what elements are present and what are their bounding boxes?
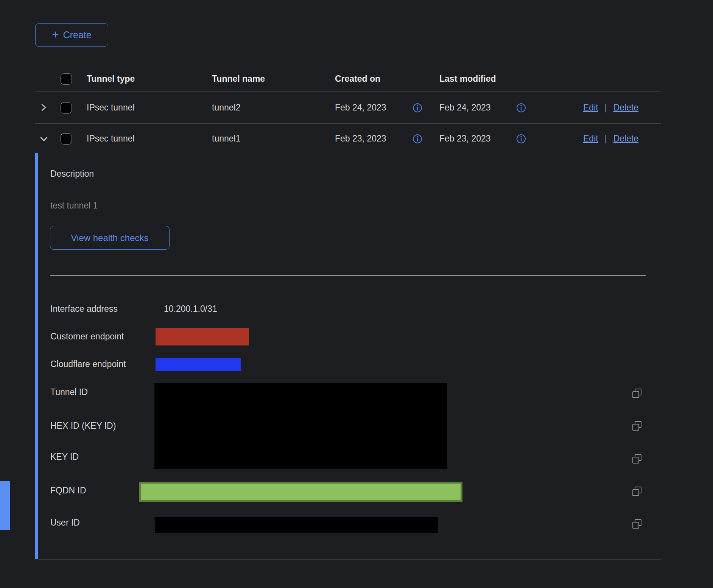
expanded-accent-bar — [35, 153, 38, 559]
delete-link[interactable]: Delete — [613, 134, 638, 144]
row-tunnel-type: IPsec tunnel — [87, 134, 135, 144]
row-tunnel-type: IPsec tunnel — [87, 103, 135, 113]
field-label-key-id: KEY ID — [50, 452, 79, 462]
section-divider — [50, 275, 646, 276]
interface-address-value: 10.200.1.0/31 — [164, 304, 217, 314]
copy-icon[interactable] — [631, 453, 643, 465]
info-icon[interactable] — [413, 103, 422, 113]
header-tunnel-type: Tunnel type — [87, 74, 135, 84]
row-modified-date: Feb 24, 2023 — [439, 103, 491, 113]
chevron-right-icon[interactable] — [39, 103, 49, 112]
row-tunnel-name: tunnel1 — [212, 134, 240, 144]
tunnel-id-redaction — [154, 383, 447, 469]
row-modified-date: Feb 23, 2023 — [439, 134, 491, 144]
info-icon[interactable] — [516, 134, 526, 144]
user-id-redaction — [155, 517, 438, 533]
edit-link[interactable]: Edit — [583, 134, 598, 144]
copy-icon[interactable] — [631, 486, 643, 497]
field-label-hex-id: HEX ID (KEY ID) — [50, 421, 116, 431]
field-label-tunnel-id: Tunnel ID — [50, 387, 88, 397]
description-value: test tunnel 1 — [50, 201, 98, 211]
create-button[interactable]: + Create — [35, 23, 108, 47]
row-actions: Edit | Delete — [583, 103, 638, 113]
copy-icon[interactable] — [631, 518, 643, 530]
field-label-customer-endpoint: Customer endpoint — [50, 331, 124, 342]
row-created-date: Feb 24, 2023 — [335, 103, 386, 113]
action-separator: | — [605, 134, 607, 144]
row-checkbox[interactable] — [61, 102, 72, 114]
row-actions: Edit | Delete — [583, 134, 638, 144]
description-label: Description — [50, 169, 94, 179]
info-icon[interactable] — [516, 103, 526, 113]
field-label-interface-address: Interface address — [50, 304, 118, 314]
header-last-modified: Last modified — [439, 74, 496, 84]
chevron-down-icon[interactable] — [39, 134, 49, 144]
bottom-left-accent-bar — [0, 481, 10, 530]
info-icon[interactable] — [413, 134, 422, 144]
header-tunnel-name: Tunnel name — [212, 74, 265, 84]
row-divider — [35, 123, 661, 124]
copy-icon[interactable] — [631, 420, 643, 432]
row-created-date: Feb 23, 2023 — [335, 134, 386, 144]
view-health-checks-button[interactable]: View health checks — [50, 226, 170, 250]
customer-endpoint-redaction — [156, 328, 249, 345]
table-bottom-border — [38, 559, 661, 560]
copy-icon[interactable] — [631, 388, 643, 399]
field-label-user-id: User ID — [50, 518, 80, 528]
create-button-label: Create — [63, 30, 92, 40]
action-separator: | — [605, 103, 607, 113]
cloudflare-endpoint-redaction — [156, 358, 241, 371]
header-created-on: Created on — [335, 74, 380, 84]
select-all-checkbox[interactable] — [61, 73, 72, 85]
field-label-cloudflare-endpoint: Cloudflare endpoint — [50, 359, 126, 369]
plus-icon: + — [52, 29, 59, 40]
row-tunnel-name: tunnel2 — [212, 103, 240, 113]
field-label-fqdn-id: FQDN ID — [50, 485, 86, 496]
fqdn-id-redaction — [139, 482, 462, 502]
row-checkbox[interactable] — [61, 133, 72, 145]
edit-link[interactable]: Edit — [583, 103, 598, 113]
header-divider — [35, 92, 661, 92]
delete-link[interactable]: Delete — [613, 103, 638, 113]
